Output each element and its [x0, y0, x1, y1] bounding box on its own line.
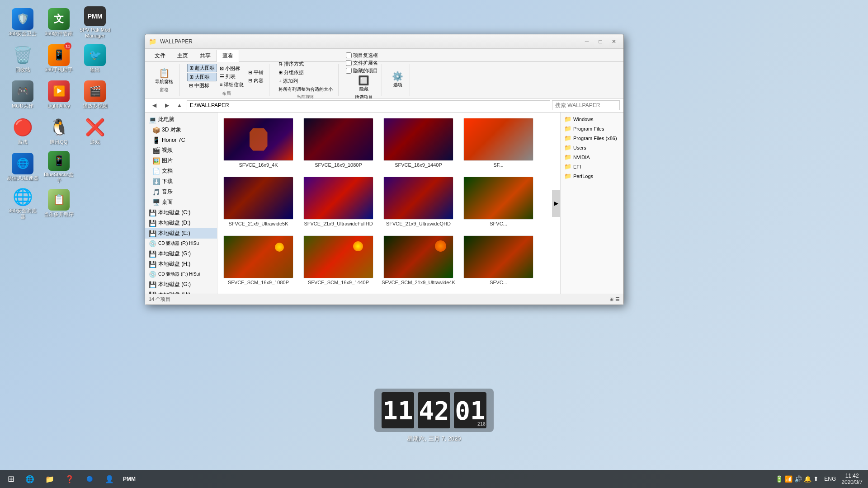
taskbar-pmm[interactable]: PMM	[120, 470, 138, 488]
file-item[interactable]: SFVCE_16x9_1080P	[301, 116, 376, 169]
sidebar-item-video[interactable]: 🎬 视频	[145, 145, 217, 155]
rp-nvidia[interactable]: 📁 NVIDIA	[561, 152, 623, 162]
start-button[interactable]: ⊞	[2, 470, 20, 488]
icon-360mgr[interactable]: 文 360软件管家	[41, 5, 77, 41]
file-item[interactable]: SFVCE_16x9_4K	[221, 116, 296, 169]
taskbar-person[interactable]: 👤	[100, 470, 118, 488]
tray-other1[interactable]: 🔔	[804, 475, 811, 483]
sidebar-item-pc[interactable]: 💻 此电脑	[145, 114, 217, 125]
sidebar-item-honor[interactable]: 📱 Honor 7C	[145, 135, 217, 145]
rp-users[interactable]: 📁 Users	[561, 143, 623, 152]
sidebar-item-cd1[interactable]: 💿 CD 驱动器 (F:) HiSu	[145, 239, 217, 249]
list-view-btn[interactable]: ☰	[615, 296, 620, 302]
file-item[interactable]: SFVC...	[461, 234, 536, 287]
scroll-right-btn[interactable]: ▶	[552, 190, 560, 217]
file-item[interactable]: SFVCE_16x9_1440P	[381, 116, 456, 169]
hide-selected-btn[interactable]: 🔲 隐藏	[355, 74, 372, 93]
view-list[interactable]: ☰列表	[218, 73, 245, 80]
address-input[interactable]	[187, 100, 550, 110]
tray-volume[interactable]: 🔊	[794, 475, 802, 483]
cb-hidden[interactable]	[346, 68, 352, 74]
options-btn[interactable]: ⚙️ 选项	[389, 70, 406, 89]
rp-windows[interactable]: 📁 Windows	[561, 114, 623, 124]
icon-player[interactable]: 🎬 播放多视频	[77, 77, 113, 113]
icon-output[interactable]: 🐦 输出	[77, 41, 113, 77]
sidebar-item-doc[interactable]: 📄 文档	[145, 166, 217, 176]
tab-home[interactable]: 主页	[171, 50, 194, 62]
icon-light-alloy[interactable]: ▶️ Light Alloy	[41, 77, 77, 113]
tray-other2[interactable]: ⬆	[813, 475, 819, 483]
icon-qq[interactable]: 🐧 腾讯QQ	[41, 113, 77, 149]
icon-ie[interactable]: 🌐 360安全浏览器	[5, 185, 41, 221]
tray-network[interactable]: 📶	[785, 475, 793, 483]
sidebar-item-desktop[interactable]: 🖥️ 桌面	[145, 197, 217, 207]
view-details[interactable]: ≡详细信息	[218, 81, 245, 89]
sidebar-item-g[interactable]: 💾 本地磁盘 (G:)	[145, 249, 217, 259]
icon-163[interactable]: 🌐 易信UU加速器	[5, 149, 41, 185]
up-btn[interactable]: ▲	[174, 100, 185, 111]
rp-efi[interactable]: 📁 EFI	[561, 162, 623, 171]
icon-cross[interactable]: ❌ 游戏	[77, 113, 113, 149]
icon-mods[interactable]: 🎮 MOD大作	[5, 77, 41, 113]
file-item[interactable]: SF...	[461, 116, 536, 169]
search-input[interactable]	[552, 100, 620, 110]
sidebar-item-e[interactable]: 💾 本地磁盘 (E:)	[145, 228, 217, 239]
view-large[interactable]: ⊞大图标	[187, 73, 217, 81]
file-item[interactable]: SFVCE_21x9_UltrawideFullHD	[301, 175, 376, 228]
sidebar-item-cd2[interactable]: 💿 CD 驱动器 (F:) HiSui	[145, 269, 217, 279]
sidebar-item-c[interactable]: 💾 本地磁盘 (C:)	[145, 207, 217, 218]
file-item[interactable]: SFVCE_SCM_21x9_Ultrawide4K	[381, 234, 456, 287]
view-extra-large[interactable]: ⊞超大图标	[187, 64, 217, 72]
taskbar-help[interactable]: ❓	[61, 470, 79, 488]
maximize-button[interactable]: □	[594, 37, 606, 46]
view-small[interactable]: ⊠小图标	[218, 65, 245, 72]
tab-file[interactable]: 文件	[149, 50, 171, 62]
icon-spv[interactable]: PMM SPV Pak Mod Manager	[77, 5, 113, 41]
tray-battery[interactable]: 🔋	[775, 475, 783, 483]
taskbar-clock[interactable]: 11:42 2020/3/7	[838, 473, 866, 485]
file-item[interactable]: SFVC...	[461, 175, 536, 228]
icon-360[interactable]: 🛡️ 360安全卫士	[5, 5, 41, 41]
taskbar-folder[interactable]: 📁	[41, 470, 59, 488]
sort-by-btn[interactable]: ⇅排序方式	[277, 60, 335, 68]
sidebar-item-dl[interactable]: ⬇️ 下载	[145, 176, 217, 187]
add-col-btn[interactable]: +添加列	[277, 77, 335, 85]
rp-program-files[interactable]: 📁 Program Files	[561, 124, 623, 133]
tab-share[interactable]: 共享	[194, 50, 217, 62]
file-item[interactable]: SFVCE_21x9_UltrawideQHD	[381, 175, 456, 228]
taskbar-other[interactable]: 🔵	[80, 470, 99, 488]
cb-item-check[interactable]	[346, 52, 352, 58]
fit-cols-btn[interactable]: 将所有列调整为合适的大小	[277, 86, 335, 93]
icon-unknown[interactable]: 🔴 游戏	[5, 113, 41, 149]
close-button[interactable]: ✕	[608, 37, 620, 46]
sidebar-item-d[interactable]: 💾 本地磁盘 (D:)	[145, 218, 217, 228]
view-content[interactable]: ⊟内容	[246, 77, 265, 84]
file-item[interactable]: SFVCE_SCM_21x9_UltrawideFullHD	[221, 292, 296, 294]
sidebar-item-image[interactable]: 🖼️ 图片	[145, 155, 217, 166]
sidebar-item-h[interactable]: 💾 本地磁盘 (H:)	[145, 259, 217, 269]
file-item[interactable]: SFVCE_21x9_Ultrawide5K	[221, 175, 296, 228]
file-item[interactable]: SFVCE_SCM_16x9_1440P	[301, 234, 376, 287]
rp-program-files-x86[interactable]: 📁 Program Files (x86)	[561, 133, 623, 143]
view-medium[interactable]: ⊟中图标	[187, 82, 217, 89]
view-tiles[interactable]: ⊟平铺	[246, 69, 265, 76]
icon-launcher[interactable]: 📋 当乐多开程序	[41, 185, 77, 221]
taskbar-ie[interactable]: 🌐	[21, 470, 39, 488]
grid-view-btn[interactable]: ⊞	[609, 296, 613, 302]
nav-pane-btn[interactable]: 📋 导航窗格	[152, 67, 176, 86]
rp-perflogs[interactable]: 📁 PerfLogs	[561, 171, 623, 181]
sidebar-item-3d[interactable]: 📦 3D 对象	[145, 125, 217, 135]
lang-selector[interactable]: ENG	[822, 476, 838, 482]
icon-bluestack[interactable]: 📱 BlueStacks盒子	[41, 149, 77, 185]
file-item[interactable]: SFVCE_SCM_21x9_UltrawideQHD	[301, 292, 376, 294]
sidebar-item-music[interactable]: 🎵 音乐	[145, 187, 217, 197]
forward-btn[interactable]: ▶	[161, 100, 172, 111]
minimize-button[interactable]: ─	[581, 37, 593, 46]
tab-view[interactable]: 查看	[217, 50, 239, 62]
back-btn[interactable]: ◀	[149, 100, 160, 111]
sidebar-item-h2[interactable]: 💾 本地磁盘 (H:)	[145, 290, 217, 294]
file-item[interactable]: SFVCE_SCM_16x9_1080P	[221, 234, 296, 287]
group-by-btn[interactable]: ⊞分组依据	[277, 69, 335, 76]
sidebar-item-g2[interactable]: 💾 本地磁盘 (G:)	[145, 279, 217, 290]
icon-360phone[interactable]: 📱 11 360手机助手	[41, 41, 77, 77]
